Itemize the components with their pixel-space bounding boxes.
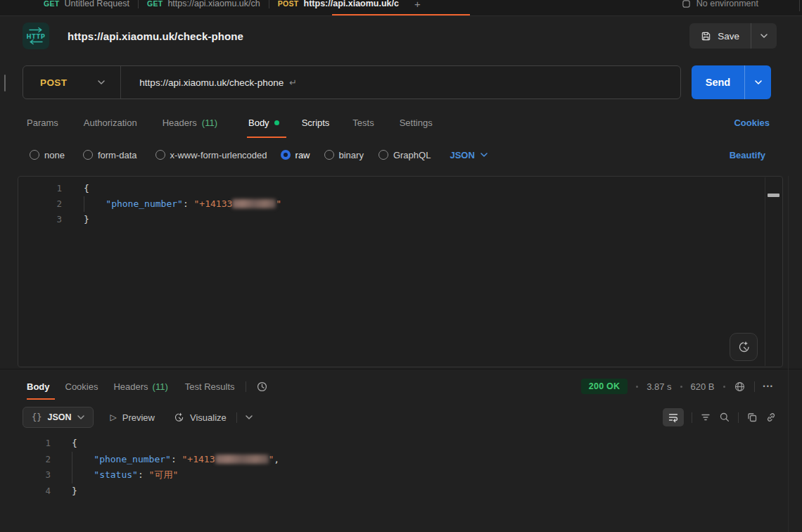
editor-scrollbar-track — [765, 177, 765, 366]
request-json: 1 { 2 "phone_number": "+14133" 3 } — [18, 181, 782, 227]
chevron-down-icon — [246, 415, 253, 419]
save-split-button: Save — [689, 23, 777, 49]
divider — [236, 412, 237, 423]
radio-none[interactable]: none — [30, 150, 65, 160]
method-chevron-icon[interactable] — [98, 80, 105, 84]
radio-circle-selected — [281, 150, 291, 160]
beautify-link[interactable]: Beautify — [730, 143, 765, 167]
radio-graphql[interactable]: GraphQL — [378, 150, 431, 160]
code-line: 1 { — [18, 181, 782, 196]
send-button[interactable]: Send — [692, 77, 744, 88]
svg-text:HTTP: HTTP — [26, 33, 45, 40]
tab-headers[interactable]: Headers (11) — [163, 107, 217, 138]
request-tab-1[interactable]: GET Untitled Request — [44, 0, 129, 8]
tab-params[interactable]: Params — [27, 107, 58, 138]
method-badge: GET — [44, 0, 60, 8]
cookies-link[interactable]: Cookies — [734, 107, 770, 138]
response-tab-headers[interactable]: Headers (11) — [113, 373, 167, 400]
http-request-icon: HTTP — [23, 23, 49, 49]
editor-scrollbar-thumb[interactable] — [768, 194, 779, 197]
response-section-divider — [0, 369, 802, 369]
search-button[interactable] — [719, 412, 730, 423]
radio-binary[interactable]: binary — [324, 150, 364, 160]
tab-body[interactable]: Body — [248, 107, 279, 138]
word-wrap-button[interactable] — [663, 408, 684, 426]
response-time: 3.87 s — [647, 381, 671, 392]
divider — [246, 381, 246, 392]
url-input[interactable]: https://api.xiaomu.uk/check-phone — [139, 77, 284, 88]
sidebar-drag-handle[interactable] — [4, 75, 6, 91]
code-line: 2 "phone_number": "+14133" — [18, 196, 782, 212]
save-icon — [701, 31, 711, 42]
method-selector[interactable]: POST — [40, 77, 67, 88]
search-icon — [719, 412, 730, 423]
braces-icon: {} — [32, 412, 42, 422]
format-dropdown[interactable]: JSON — [450, 150, 487, 160]
tab-authorization[interactable]: Authorization — [84, 107, 137, 138]
response-tab-cookies[interactable]: Cookies — [65, 373, 98, 400]
radio-form-data[interactable]: form-data — [83, 150, 137, 160]
tab-divider — [269, 0, 269, 8]
preview-button[interactable]: ▷ Preview — [110, 412, 155, 423]
format-options-button[interactable] — [246, 415, 253, 419]
share-link-button[interactable] — [765, 412, 777, 423]
send-options-button[interactable] — [745, 80, 771, 84]
response-history-button[interactable] — [256, 381, 268, 393]
save-button[interactable]: Save — [689, 31, 751, 42]
code-line: 3 "status": "可用" — [0, 467, 788, 483]
status-badge: 200 OK — [581, 379, 628, 394]
filter-button[interactable] — [700, 412, 711, 423]
tab-strip: GET Untitled Request GET https://api.xia… — [0, 0, 802, 16]
response-tab-test-results[interactable]: Test Results — [185, 373, 235, 400]
new-tab-button[interactable]: + — [414, 0, 421, 10]
response-format-dropdown[interactable]: {} JSON — [23, 407, 94, 428]
tab-title: https://api.xiaomu.uk/ch — [167, 0, 260, 8]
divider — [692, 412, 692, 423]
chevron-down-icon — [480, 153, 488, 157]
tab-tests[interactable]: Tests — [352, 107, 374, 138]
radio-circle — [378, 150, 388, 160]
environment-selector[interactable]: No environment — [682, 0, 758, 8]
dot-separator — [680, 386, 682, 388]
more-options-button[interactable]: ••• — [763, 383, 774, 390]
redacted-phone-number — [232, 199, 276, 208]
sparkle-ai-icon — [737, 340, 751, 354]
visualize-button[interactable]: Visualize — [173, 412, 227, 423]
code-line: 1 { — [0, 436, 788, 452]
method-badge: GET — [147, 0, 163, 8]
response-tab-body[interactable]: Body — [27, 373, 50, 400]
response-headers-count: (11) — [153, 381, 168, 392]
dot-separator — [723, 386, 725, 388]
response-size: 620 B — [691, 381, 715, 392]
tab-title: Untitled Request — [65, 0, 129, 8]
radio-x-www-form-urlencoded[interactable]: x-www-form-urlencoded — [155, 150, 267, 160]
request-body-editor[interactable]: 1 { 2 "phone_number": "+14133" 3 } — [18, 176, 783, 367]
request-tab-active[interactable]: POST https://api.xiaomu.uk/c — [278, 0, 399, 8]
word-wrap-icon — [668, 412, 679, 423]
environment-label: No environment — [696, 0, 758, 8]
response-toolbar: {} JSON ▷ Preview Visualize — [23, 405, 777, 429]
headers-count-badge: (11) — [202, 118, 217, 128]
postbot-button[interactable] — [730, 333, 758, 361]
sparkle-ai-icon — [173, 412, 184, 423]
radio-circle — [324, 150, 334, 160]
response-body-viewer[interactable]: 1 { 2 "phone_number": "+1413", 3 "status… — [0, 436, 788, 499]
tab-settings[interactable]: Settings — [400, 107, 433, 138]
radio-raw[interactable]: raw — [281, 150, 310, 160]
dot-separator — [636, 386, 638, 388]
request-tab-2[interactable]: GET https://api.xiaomu.uk/ch — [147, 0, 260, 8]
play-icon: ▷ — [110, 412, 117, 422]
return-key-glyph: ↵ — [289, 77, 297, 88]
chevron-down-icon — [755, 80, 762, 84]
save-options-button[interactable] — [751, 34, 777, 38]
indent-guide — [84, 196, 84, 212]
code-line: 4 } — [0, 483, 788, 500]
topbar-right-divider — [799, 0, 800, 11]
chevron-down-icon — [77, 415, 84, 419]
tab-scripts[interactable]: Scripts — [302, 107, 330, 138]
copy-button[interactable] — [746, 412, 758, 423]
network-info-button[interactable] — [734, 381, 746, 393]
send-split-button: Send — [692, 65, 771, 99]
tab-divider — [138, 0, 139, 8]
method-badge: POST — [278, 0, 299, 8]
